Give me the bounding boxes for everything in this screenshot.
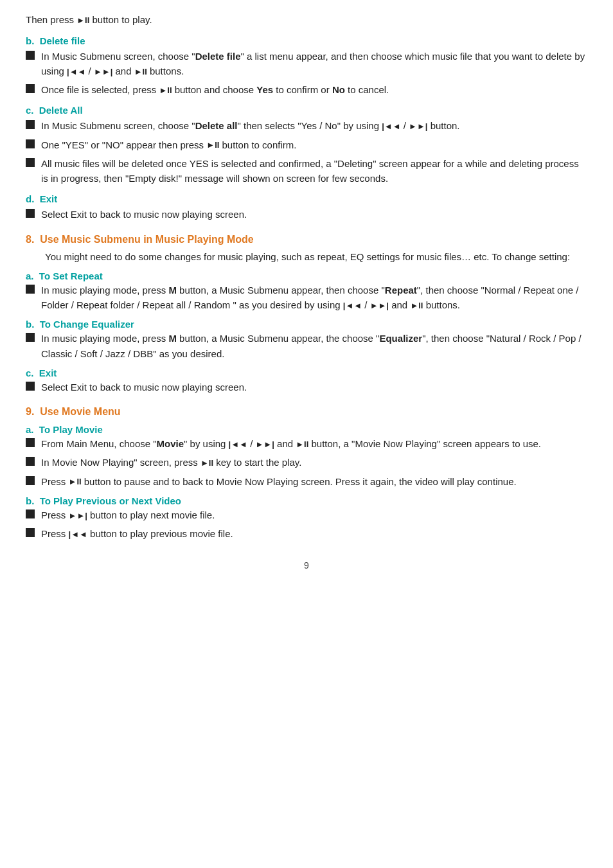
bullet-text: In Music Submenu screen, choose "Delete … [41,49,587,79]
section-c-label: c. Delete All [26,105,587,116]
section-9b: b. To Play Previous or Next Video Press … [26,495,587,542]
section-d-heading: d. Exit [26,193,57,204]
bullet-text: Select Exit to back to music now playing… [41,380,587,394]
bullet-icon [26,382,35,391]
bullet-text: Press |◄◄ button to play previous movie … [41,526,587,541]
section-8a: a. To Set Repeat In music playing mode, … [26,270,587,313]
section-8a-bullets: In music playing mode, press M button, a… [26,283,587,313]
section-c-bullets: In Music Submenu screen, choose "Delete … [26,118,587,186]
bullet-text: Press ►II button to pause and to back to… [41,474,587,489]
list-item: In Music Submenu screen, choose "Delete … [26,118,587,133]
play-pause-icon: ►II [76,14,89,27]
list-item: From Main Menu, choose "Movie" by using … [26,436,587,451]
section-8a-heading: a. To Set Repeat [26,270,103,281]
list-item: In music playing mode, press M button, a… [26,331,587,361]
section-9a-bullets: From Main Menu, choose "Movie" by using … [26,436,587,489]
section-8-heading: 8. Use Music Submenu in Music Playing Mo… [26,234,587,245]
bullet-text: In music playing mode, press M button, a… [41,331,587,361]
bullet-text: Once file is selected, press ►II button … [41,82,587,97]
list-item: Press ►►| button to play next movie file… [26,508,587,522]
section-8b: b. To Change Equalizer In music playing … [26,319,587,361]
section-8-intro: You might need to do some changes for mu… [45,249,587,264]
section-9a-heading: a. To Play Movie [26,424,103,435]
section-c-delete-all: c. Delete All In Music Submenu screen, c… [26,105,587,186]
list-item: One "YES" or "NO" appear then press ►II … [26,137,587,152]
bullet-text: In Movie Now Playing" screen, press ►II … [41,455,587,470]
section-8b-bullets: In music playing mode, press M button, a… [26,331,587,361]
bullet-text: From Main Menu, choose "Movie" by using … [41,436,587,451]
bullet-icon [26,51,35,60]
bullet-icon [26,84,35,93]
bullet-icon [26,333,35,342]
section-b-bullets: In Music Submenu screen, choose "Delete … [26,49,587,98]
section-d-exit: d. Exit Select Exit to back to music now… [26,193,587,222]
bullet-icon [26,158,35,167]
section-9a-label: a. To Play Movie [26,424,587,435]
section-b-label: b. Delete file [26,35,587,46]
section-8b-heading: b. To Change Equalizer [26,319,134,330]
bullet-text: All music files will be deleted once YES… [41,156,587,186]
section-8c-label: c. Exit [26,368,587,378]
section-c-heading: c. Delete All [26,105,83,116]
section-9: 9. Use Movie Menu a. To Play Movie From … [26,406,587,541]
section-9a: a. To Play Movie From Main Menu, choose … [26,424,587,489]
bullet-icon [26,209,35,218]
section-b-heading: b. Delete file [26,35,85,46]
list-item: Press |◄◄ button to play previous movie … [26,526,587,541]
bullet-icon [26,476,35,485]
list-item: All music files will be deleted once YES… [26,156,587,186]
section-8c: c. Exit Select Exit to back to music now… [26,368,587,394]
section-d-label: d. Exit [26,193,587,204]
section-d-bullets: Select Exit to back to music now playing… [26,207,587,222]
section-9b-label: b. To Play Previous or Next Video [26,495,587,506]
page-number: 9 [26,560,587,571]
section-8b-label: b. To Change Equalizer [26,319,587,330]
bullet-icon [26,509,35,518]
list-item: In Movie Now Playing" screen, press ►II … [26,455,587,470]
bullet-icon [26,120,35,129]
list-item: Once file is selected, press ►II button … [26,82,587,97]
list-item: Press ►II button to pause and to back to… [26,474,587,489]
bullet-text: Press ►►| button to play next movie file… [41,508,587,522]
bullet-icon [26,457,35,466]
section-8c-bullets: Select Exit to back to music now playing… [26,380,587,394]
list-item: Select Exit to back to music now playing… [26,207,587,222]
bullet-text: Select Exit to back to music now playing… [41,207,587,222]
section-8: 8. Use Music Submenu in Music Playing Mo… [26,234,587,395]
section-9b-heading: b. To Play Previous or Next Video [26,495,181,506]
bullet-icon [26,285,35,294]
section-9b-bullets: Press ►►| button to play next movie file… [26,508,587,542]
list-item: In Music Submenu screen, choose "Delete … [26,49,587,79]
bullet-icon [26,528,35,537]
section-8c-heading: c. Exit [26,368,57,378]
section-b-delete-file: b. Delete file In Music Submenu screen, … [26,35,587,98]
list-item: Select Exit to back to music now playing… [26,380,587,394]
intro-line: Then press ►II button to play. [26,13,587,28]
bullet-text: One "YES" or "NO" appear then press ►II … [41,137,587,152]
bullet-text: In music playing mode, press M button, a… [41,283,587,313]
section-8a-label: a. To Set Repeat [26,270,587,281]
bullet-icon [26,139,35,148]
list-item: In music playing mode, press M button, a… [26,283,587,313]
section-9-heading: 9. Use Movie Menu [26,406,587,418]
bullet-icon [26,438,35,447]
bullet-text: In Music Submenu screen, choose "Delete … [41,118,587,133]
